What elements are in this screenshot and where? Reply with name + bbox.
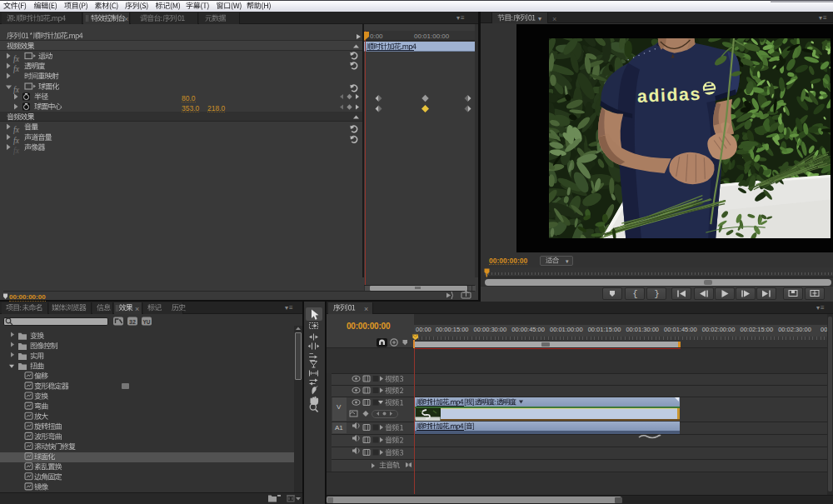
svg-text:32: 32: [129, 319, 136, 325]
svg-text:YU: YU: [143, 319, 151, 325]
svg-text:fx: fx: [13, 126, 20, 134]
svg-text:fx: fx: [13, 137, 20, 145]
svg-text:{: {: [633, 290, 638, 299]
svg-text:fx: fx: [13, 147, 20, 155]
svg-text:}: }: [655, 290, 660, 299]
svg-text:fx: fx: [13, 86, 20, 94]
svg-text:fx: fx: [13, 65, 20, 73]
svg-text:fx: fx: [13, 55, 20, 63]
